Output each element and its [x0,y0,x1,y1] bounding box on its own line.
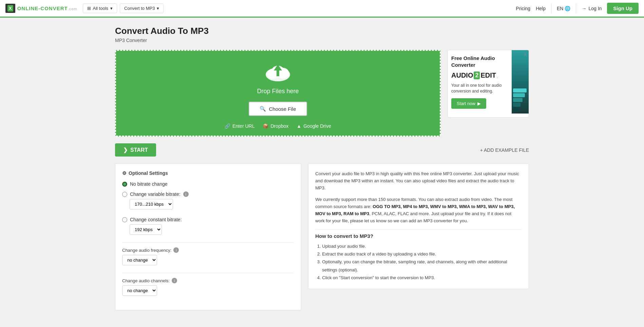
dropbox-link[interactable]: 📦 Dropbox [263,123,288,129]
page-title: Convert Audio To MP3 [115,26,529,36]
list-item: Extract the audio track of a video by up… [322,250,522,258]
info-formats: We currently support more than 150 sourc… [315,196,522,224]
settings-title: ⚙ Optional Settings [122,170,294,176]
channels-group: Change audio channels: i no change mono … [122,278,294,299]
logo-x-icon: X [7,5,13,12]
channels-select[interactable]: no change mono stereo [122,285,157,296]
divider [551,3,551,14]
ad-logo: AUDIO 2 EDIT . [451,71,508,79]
constant-bitrate-select[interactable]: 192 kbps 128 kbps 256 kbps 320 kbps [130,224,162,235]
action-row: ❯ START + ADD EXAMPLE FILE [115,143,529,157]
ad-logo-dot: . [497,75,498,79]
cloud-upload-icon [264,61,291,83]
google-drive-link[interactable]: ▲ Google Drive [297,123,331,129]
stripe-bar-5 [513,107,518,111]
constant-bitrate-label[interactable]: Change constant bitrate: [122,217,294,222]
help-link[interactable]: Help [536,6,546,11]
enter-url-link[interactable]: 🔗 Enter URL [225,123,254,129]
chevron-down-icon: ▾ [110,6,113,11]
divider [576,3,576,14]
signup-button[interactable]: Sign Up [607,3,639,14]
info-panel: Convert your audio file to MP3 in high q… [308,163,529,289]
ad-logo-badge: 2 [474,71,480,79]
dropbox-icon: 📦 [263,123,268,129]
ad-stripe-bars [512,86,529,114]
ad-inner: Free Online Audio Converter AUDIO 2 EDIT… [448,50,529,114]
frequency-info-icon[interactable]: i [173,247,179,253]
globe-icon: 🌐 [565,6,570,11]
arrow-right-icon: ▶ [477,101,481,106]
choose-file-button[interactable]: 🔍 Choose File [249,102,307,116]
variable-bitrate-radio[interactable] [122,192,127,197]
header-right: Pricing Help EN 🌐 → Log In Sign Up [516,3,639,14]
login-button[interactable]: → Log In [582,6,602,11]
stripe-bar-4 [513,103,520,107]
constant-bitrate-group: Change constant bitrate: 192 kbps 128 kb… [122,217,294,238]
link-icon: 🔗 [225,123,230,129]
list-item: Optionally, you can change the bitrate, … [322,258,522,274]
variable-bitrate-info-icon[interactable]: i [183,191,189,197]
upload-links: 🔗 Enter URL 📦 Dropbox ▲ Google Drive [225,123,331,129]
settings-panel: ⚙ Optional Settings No bitrate change Ch… [115,163,301,310]
variable-bitrate-select[interactable]: 170...210 kbps 128...192 kbps 96...130 k… [130,199,173,209]
search-icon: 🔍 [260,106,266,112]
no-bitrate-label[interactable]: No bitrate change [122,181,294,187]
chevron-right-icon: ❯ [123,147,128,153]
ad-stripe-decoration [512,50,529,114]
list-item: Upload your audio file. [322,242,522,250]
no-bitrate-radio[interactable] [122,182,127,187]
drop-files-text: Drop Files here [257,88,299,95]
chevron-down-icon: ▾ [157,6,159,11]
upload-row: Drop Files here 🔍 Choose File 🔗 Enter UR… [115,50,529,137]
channels-label: Change audio channels: i [122,278,294,283]
frequency-label: Change audio frequency: i [122,247,294,253]
bottom-row: ⚙ Optional Settings No bitrate change Ch… [115,163,529,310]
ad-title: Free Online Audio Converter [451,55,508,68]
page-subtitle: MP3 Converter [115,38,529,43]
stripe-bar-3 [513,98,523,102]
logo-box: X [5,4,15,13]
upload-box[interactable]: Drop Files here 🔍 Choose File 🔗 Enter UR… [115,50,441,137]
convert-to-mp3-button[interactable]: Convert to MP3 ▾ [120,3,164,13]
pricing-link[interactable]: Pricing [516,6,530,11]
channels-info-icon[interactable]: i [172,278,177,283]
all-tools-button[interactable]: ⊞ All tools ▾ [83,3,117,13]
ad-content: Free Online Audio Converter AUDIO 2 EDIT… [448,50,512,114]
main-content: Convert Audio To MP3 MP3 Converter Drop … [108,18,536,319]
settings-divider-1 [122,242,294,243]
no-bitrate-group: No bitrate change [122,181,294,187]
list-item: Click on "Start conversion" to start the… [322,274,522,282]
grid-icon: ⊞ [87,6,91,11]
ad-start-button[interactable]: Start now ▶ [451,98,486,109]
language-button[interactable]: EN 🌐 [557,6,570,11]
how-to-title: How to convert to MP3? [315,229,522,239]
stripe-bar-2 [513,93,525,97]
arrow-icon: → [582,6,586,11]
constant-bitrate-radio[interactable] [122,217,127,222]
how-to-list: Upload your audio file. Extract the audi… [315,242,522,282]
frequency-select[interactable]: no change 8000 Hz 11025 Hz 22050 Hz 4410… [122,255,157,265]
info-description: Convert your audio file to MP3 in high q… [315,170,522,191]
logo-area: X ONLINE-CONVERT.com [5,4,77,13]
settings-divider-2 [122,273,294,273]
frequency-group: Change audio frequency: i no change 8000… [122,247,294,268]
ad-close-button[interactable]: × [524,52,527,57]
advertisement-box: × Free Online Audio Converter AUDIO 2 ED… [448,50,529,118]
stripe-bar-1 [513,88,527,93]
google-drive-icon: ▲ [297,123,301,129]
add-example-button[interactable]: + ADD EXAMPLE FILE [480,147,529,153]
variable-bitrate-label[interactable]: Change variable bitrate: i [122,191,294,197]
start-button[interactable]: ❯ START [115,143,156,157]
logo-text: ONLINE-CONVERT.com [17,5,77,11]
ad-logo-area: AUDIO 2 EDIT . [451,71,508,79]
ad-description: Your all in one tool for audio conversio… [451,83,508,94]
header: X ONLINE-CONVERT.com ⊞ All tools ▾ Conve… [0,0,644,18]
gear-icon: ⚙ [122,170,127,176]
variable-bitrate-group: Change variable bitrate: i 170...210 kbp… [122,191,294,212]
